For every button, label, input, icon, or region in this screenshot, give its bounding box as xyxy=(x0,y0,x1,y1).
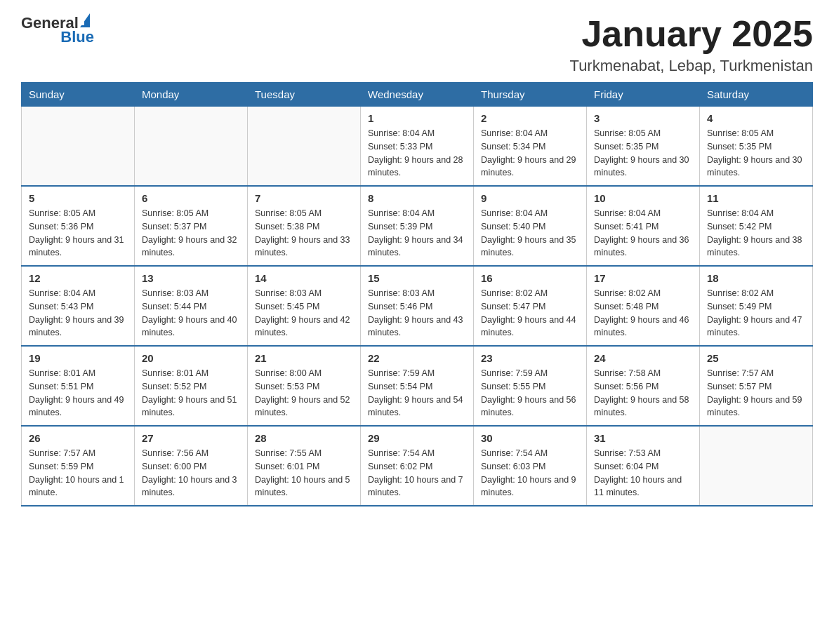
day-number: 16 xyxy=(481,272,579,284)
calendar-week-row: 26Sunrise: 7:57 AM Sunset: 5:59 PM Dayli… xyxy=(22,426,813,506)
day-number: 13 xyxy=(142,272,240,284)
day-number: 20 xyxy=(142,352,240,364)
calendar-cell: 23Sunrise: 7:59 AM Sunset: 5:55 PM Dayli… xyxy=(474,346,587,426)
day-info: Sunrise: 7:54 AM Sunset: 6:02 PM Dayligh… xyxy=(368,447,466,499)
day-number: 10 xyxy=(594,192,692,204)
day-of-week-header: Sunday xyxy=(22,83,135,107)
day-number: 24 xyxy=(594,352,692,364)
day-of-week-header: Thursday xyxy=(474,83,587,107)
logo: General Blue xyxy=(21,14,94,46)
day-number: 4 xyxy=(707,112,805,124)
day-of-week-header: Wednesday xyxy=(361,83,474,107)
calendar-cell: 6Sunrise: 8:05 AM Sunset: 5:37 PM Daylig… xyxy=(135,186,248,266)
day-number: 26 xyxy=(29,432,127,444)
day-number: 30 xyxy=(481,432,579,444)
calendar-week-row: 5Sunrise: 8:05 AM Sunset: 5:36 PM Daylig… xyxy=(22,186,813,266)
day-number: 6 xyxy=(142,192,240,204)
day-info: Sunrise: 7:59 AM Sunset: 5:54 PM Dayligh… xyxy=(368,367,466,420)
calendar-header-row: SundayMondayTuesdayWednesdayThursdayFrid… xyxy=(22,83,813,107)
calendar-cell: 7Sunrise: 8:05 AM Sunset: 5:38 PM Daylig… xyxy=(248,186,361,266)
day-info: Sunrise: 8:05 AM Sunset: 5:36 PM Dayligh… xyxy=(29,207,127,260)
calendar-cell xyxy=(248,107,361,187)
calendar-cell: 31Sunrise: 7:53 AM Sunset: 6:04 PM Dayli… xyxy=(587,426,700,506)
day-number: 9 xyxy=(481,192,579,204)
calendar-cell: 8Sunrise: 8:04 AM Sunset: 5:39 PM Daylig… xyxy=(361,186,474,266)
day-number: 31 xyxy=(594,432,692,444)
day-number: 25 xyxy=(707,352,805,364)
day-info: Sunrise: 8:02 AM Sunset: 5:47 PM Dayligh… xyxy=(481,287,579,340)
calendar-week-row: 12Sunrise: 8:04 AM Sunset: 5:43 PM Dayli… xyxy=(22,266,813,346)
calendar-cell: 14Sunrise: 8:03 AM Sunset: 5:45 PM Dayli… xyxy=(248,266,361,346)
location-subtitle: Turkmenabat, Lebap, Turkmenistan xyxy=(570,57,813,75)
page-header: General Blue January 2025 Turkmenabat, L… xyxy=(21,14,813,75)
calendar-cell: 30Sunrise: 7:54 AM Sunset: 6:03 PM Dayli… xyxy=(474,426,587,506)
calendar-cell: 24Sunrise: 7:58 AM Sunset: 5:56 PM Dayli… xyxy=(587,346,700,426)
calendar-cell: 15Sunrise: 8:03 AM Sunset: 5:46 PM Dayli… xyxy=(361,266,474,346)
day-of-week-header: Saturday xyxy=(700,83,813,107)
day-number: 17 xyxy=(594,272,692,284)
day-info: Sunrise: 8:02 AM Sunset: 5:49 PM Dayligh… xyxy=(707,287,805,340)
day-number: 11 xyxy=(707,192,805,204)
calendar-cell: 27Sunrise: 7:56 AM Sunset: 6:00 PM Dayli… xyxy=(135,426,248,506)
calendar-cell: 21Sunrise: 8:00 AM Sunset: 5:53 PM Dayli… xyxy=(248,346,361,426)
day-number: 1 xyxy=(368,112,466,124)
day-info: Sunrise: 8:04 AM Sunset: 5:40 PM Dayligh… xyxy=(481,207,579,260)
calendar-cell: 13Sunrise: 8:03 AM Sunset: 5:44 PM Dayli… xyxy=(135,266,248,346)
day-info: Sunrise: 8:04 AM Sunset: 5:39 PM Dayligh… xyxy=(368,207,466,260)
day-info: Sunrise: 7:53 AM Sunset: 6:04 PM Dayligh… xyxy=(594,447,692,499)
day-of-week-header: Monday xyxy=(135,83,248,107)
calendar-cell: 18Sunrise: 8:02 AM Sunset: 5:49 PM Dayli… xyxy=(700,266,813,346)
day-number: 18 xyxy=(707,272,805,284)
calendar-cell: 10Sunrise: 8:04 AM Sunset: 5:41 PM Dayli… xyxy=(587,186,700,266)
day-info: Sunrise: 8:03 AM Sunset: 5:44 PM Dayligh… xyxy=(142,287,240,340)
day-info: Sunrise: 8:04 AM Sunset: 5:43 PM Dayligh… xyxy=(29,287,127,340)
header-right: January 2025 Turkmenabat, Lebap, Turkmen… xyxy=(570,14,813,75)
calendar-cell xyxy=(22,107,135,187)
calendar-cell: 29Sunrise: 7:54 AM Sunset: 6:02 PM Dayli… xyxy=(361,426,474,506)
calendar-cell: 20Sunrise: 8:01 AM Sunset: 5:52 PM Dayli… xyxy=(135,346,248,426)
day-number: 14 xyxy=(255,272,353,284)
calendar-cell: 17Sunrise: 8:02 AM Sunset: 5:48 PM Dayli… xyxy=(587,266,700,346)
day-info: Sunrise: 8:01 AM Sunset: 5:52 PM Dayligh… xyxy=(142,367,240,420)
day-info: Sunrise: 8:03 AM Sunset: 5:45 PM Dayligh… xyxy=(255,287,353,340)
day-info: Sunrise: 7:58 AM Sunset: 5:56 PM Dayligh… xyxy=(594,367,692,420)
calendar-cell: 5Sunrise: 8:05 AM Sunset: 5:36 PM Daylig… xyxy=(22,186,135,266)
day-of-week-header: Tuesday xyxy=(248,83,361,107)
day-info: Sunrise: 8:05 AM Sunset: 5:35 PM Dayligh… xyxy=(707,127,805,180)
calendar-week-row: 1Sunrise: 8:04 AM Sunset: 5:33 PM Daylig… xyxy=(22,107,813,187)
calendar-cell: 1Sunrise: 8:04 AM Sunset: 5:33 PM Daylig… xyxy=(361,107,474,187)
day-number: 3 xyxy=(594,112,692,124)
day-info: Sunrise: 8:04 AM Sunset: 5:41 PM Dayligh… xyxy=(594,207,692,260)
day-info: Sunrise: 8:01 AM Sunset: 5:51 PM Dayligh… xyxy=(29,367,127,420)
day-info: Sunrise: 7:57 AM Sunset: 5:59 PM Dayligh… xyxy=(29,447,127,499)
day-number: 7 xyxy=(255,192,353,204)
day-number: 23 xyxy=(481,352,579,364)
calendar-cell: 16Sunrise: 8:02 AM Sunset: 5:47 PM Dayli… xyxy=(474,266,587,346)
calendar-cell: 26Sunrise: 7:57 AM Sunset: 5:59 PM Dayli… xyxy=(22,426,135,506)
calendar-cell: 4Sunrise: 8:05 AM Sunset: 5:35 PM Daylig… xyxy=(700,107,813,187)
day-number: 27 xyxy=(142,432,240,444)
calendar-cell: 2Sunrise: 8:04 AM Sunset: 5:34 PM Daylig… xyxy=(474,107,587,187)
day-number: 29 xyxy=(368,432,466,444)
day-number: 5 xyxy=(29,192,127,204)
day-info: Sunrise: 8:05 AM Sunset: 5:37 PM Dayligh… xyxy=(142,207,240,260)
day-number: 22 xyxy=(368,352,466,364)
calendar-cell: 9Sunrise: 8:04 AM Sunset: 5:40 PM Daylig… xyxy=(474,186,587,266)
day-number: 19 xyxy=(29,352,127,364)
day-info: Sunrise: 8:04 AM Sunset: 5:33 PM Dayligh… xyxy=(368,127,466,180)
calendar-cell xyxy=(135,107,248,187)
day-info: Sunrise: 7:57 AM Sunset: 5:57 PM Dayligh… xyxy=(707,367,805,420)
calendar-cell: 25Sunrise: 7:57 AM Sunset: 5:57 PM Dayli… xyxy=(700,346,813,426)
day-number: 2 xyxy=(481,112,579,124)
day-info: Sunrise: 7:59 AM Sunset: 5:55 PM Dayligh… xyxy=(481,367,579,420)
day-info: Sunrise: 8:00 AM Sunset: 5:53 PM Dayligh… xyxy=(255,367,353,420)
day-info: Sunrise: 8:04 AM Sunset: 5:34 PM Dayligh… xyxy=(481,127,579,180)
day-info: Sunrise: 7:56 AM Sunset: 6:00 PM Dayligh… xyxy=(142,447,240,499)
day-info: Sunrise: 8:03 AM Sunset: 5:46 PM Dayligh… xyxy=(368,287,466,340)
calendar-cell: 11Sunrise: 8:04 AM Sunset: 5:42 PM Dayli… xyxy=(700,186,813,266)
day-number: 8 xyxy=(368,192,466,204)
calendar-cell: 3Sunrise: 8:05 AM Sunset: 5:35 PM Daylig… xyxy=(587,107,700,187)
day-info: Sunrise: 8:02 AM Sunset: 5:48 PM Dayligh… xyxy=(594,287,692,340)
day-info: Sunrise: 8:05 AM Sunset: 5:38 PM Dayligh… xyxy=(255,207,353,260)
calendar-cell: 12Sunrise: 8:04 AM Sunset: 5:43 PM Dayli… xyxy=(22,266,135,346)
